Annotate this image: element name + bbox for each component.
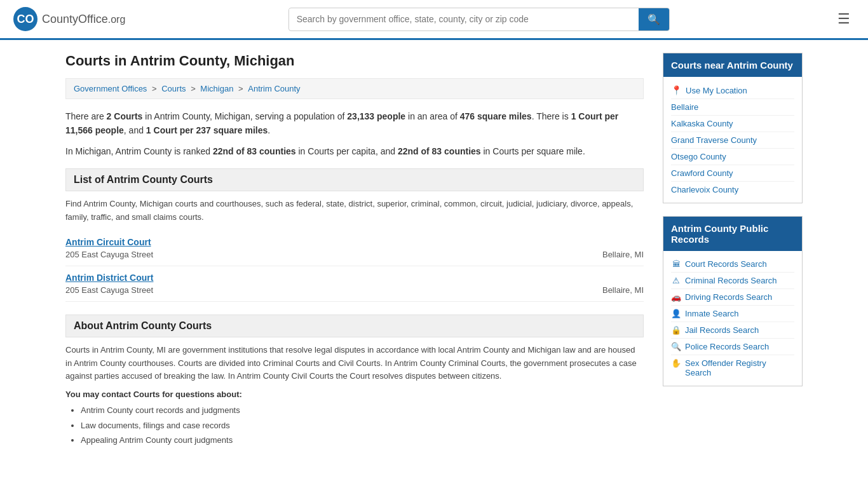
bullet-item: Antrim County court records and judgment… (81, 403, 644, 417)
sex-offender-label: Sex Offender Registry Search (685, 358, 794, 377)
search-button[interactable]: 🔍 (639, 8, 669, 30)
records-link-police[interactable]: 🔍 Police Records Search (671, 339, 794, 355)
nearby-link-crawford[interactable]: Crawford County (671, 165, 794, 182)
content-area: Courts in Antrim County, Michigan Govern… (65, 53, 644, 447)
criminal-records-icon: ⚠ (671, 276, 681, 285)
records-link-driving[interactable]: 🚗 Driving Records Search (671, 289, 794, 306)
list-section-description: Find Antrim County, Michigan courts and … (65, 198, 644, 224)
bullet-item: Appealing Antrim County court judgments (81, 433, 644, 447)
public-records-title: Antrim County Public Records (663, 217, 802, 251)
court-records-icon: 🏛 (671, 259, 681, 269)
court-circuit-address-row: 205 East Cayuga Street Bellaire, MI (65, 250, 644, 259)
breadcrumb: Government Offices > Courts > Michigan >… (65, 78, 644, 99)
breadcrumb-courts[interactable]: Courts (161, 84, 186, 93)
logo-suffix: .org (108, 14, 126, 25)
records-link-inmate[interactable]: 👤 Inmate Search (671, 306, 794, 322)
records-link-court[interactable]: 🏛 Court Records Search (671, 256, 794, 273)
driving-records-icon: 🚗 (671, 292, 681, 302)
records-link-jail[interactable]: 🔒 Jail Records Search (671, 322, 794, 339)
criminal-records-label: Criminal Records Search (685, 276, 777, 285)
court-district-address-row: 205 East Cayuga Street Bellaire, MI (65, 285, 644, 295)
court-entry-district: Antrim District Court 205 East Cayuga St… (65, 266, 644, 302)
site-header: CO CountyOffice.org 🔍 ☰ (0, 0, 868, 40)
nearby-courts-box: Courts near Antrim County 📍 Use My Locat… (663, 53, 803, 203)
svg-text:CO: CO (17, 13, 34, 25)
court-circuit-link[interactable]: Antrim Circuit Court (65, 237, 151, 247)
jail-records-label: Jail Records Search (685, 325, 759, 335)
use-my-location-link[interactable]: 📍 Use My Location (671, 82, 794, 99)
logo-name: CountyOffice (42, 13, 108, 25)
police-records-label: Police Records Search (685, 342, 769, 351)
inmate-search-icon: 👤 (671, 309, 681, 318)
jail-records-icon: 🔒 (671, 325, 681, 335)
court-records-label: Court Records Search (685, 259, 767, 269)
about-section-header: About Antrim County Courts (65, 315, 644, 337)
public-records-box: Antrim County Public Records 🏛 Court Rec… (663, 216, 803, 386)
courts-list: Antrim Circuit Court 205 East Cayuga Str… (65, 231, 644, 302)
nearby-link-bellaire[interactable]: Bellaire (671, 99, 794, 116)
logo-icon: CO (13, 6, 38, 32)
court-district-city: Bellaire, MI (602, 285, 644, 295)
inmate-search-label: Inmate Search (685, 309, 739, 318)
court-entry-circuit: Antrim Circuit Court 205 East Cayuga Str… (65, 231, 644, 266)
nearby-courts-content: 📍 Use My Location Bellaire Kalkaska Coun… (663, 77, 802, 203)
sidebar: Courts near Antrim County 📍 Use My Locat… (663, 53, 803, 447)
location-pin-icon: 📍 (671, 85, 682, 95)
police-records-icon: 🔍 (671, 342, 681, 351)
breadcrumb-government-offices[interactable]: Government Offices (74, 84, 147, 93)
court-circuit-city: Bellaire, MI (602, 250, 644, 259)
main-wrapper: Courts in Antrim County, Michigan Govern… (53, 40, 815, 460)
nearby-link-kalkaska[interactable]: Kalkaska County (671, 116, 794, 132)
list-section-header: List of Antrim County Courts (65, 168, 644, 191)
bullet-item: Law documents, filings and case records (81, 418, 644, 433)
nearby-link-grand-traverse[interactable]: Grand Traverse County (671, 132, 794, 149)
search-icon: 🔍 (648, 14, 660, 25)
nearby-link-charlevoix[interactable]: Charlevoix County (671, 182, 794, 198)
nearby-courts-title: Courts near Antrim County (663, 53, 802, 77)
contact-bullets: Antrim County court records and judgment… (65, 403, 644, 447)
sex-offender-icon: ✋ (671, 358, 681, 368)
driving-records-label: Driving Records Search (685, 292, 772, 302)
breadcrumb-michigan[interactable]: Michigan (200, 84, 233, 93)
records-link-criminal[interactable]: ⚠ Criminal Records Search (671, 273, 794, 289)
records-link-sex-offender[interactable]: ✋ Sex Offender Registry Search (671, 355, 794, 381)
logo-area: CO CountyOffice.org (13, 6, 125, 32)
court-district-address: 205 East Cayuga Street (65, 285, 153, 295)
nearby-link-otsego[interactable]: Otsego County (671, 149, 794, 165)
hamburger-menu-icon[interactable]: ☰ (832, 8, 855, 30)
search-bar: 🔍 (288, 8, 670, 31)
contact-heading: You may contact Courts for questions abo… (65, 390, 644, 399)
logo-text[interactable]: CountyOffice.org (42, 13, 125, 26)
use-my-location-label: Use My Location (686, 86, 747, 95)
court-district-link[interactable]: Antrim District Court (65, 273, 153, 283)
page-title: Courts in Antrim County, Michigan (65, 53, 644, 69)
stats-paragraph-1: There are 2 Courts in Antrim County, Mic… (65, 109, 644, 138)
court-circuit-address: 205 East Cayuga Street (65, 250, 153, 259)
stats-paragraph-2: In Michigan, Antrim County is ranked 22n… (65, 144, 644, 158)
search-input[interactable] (289, 9, 639, 29)
about-paragraph: Courts in Antrim County, MI are governme… (65, 344, 644, 383)
public-records-content: 🏛 Court Records Search ⚠ Criminal Record… (663, 251, 802, 386)
breadcrumb-antrim-county[interactable]: Antrim County (248, 84, 300, 93)
